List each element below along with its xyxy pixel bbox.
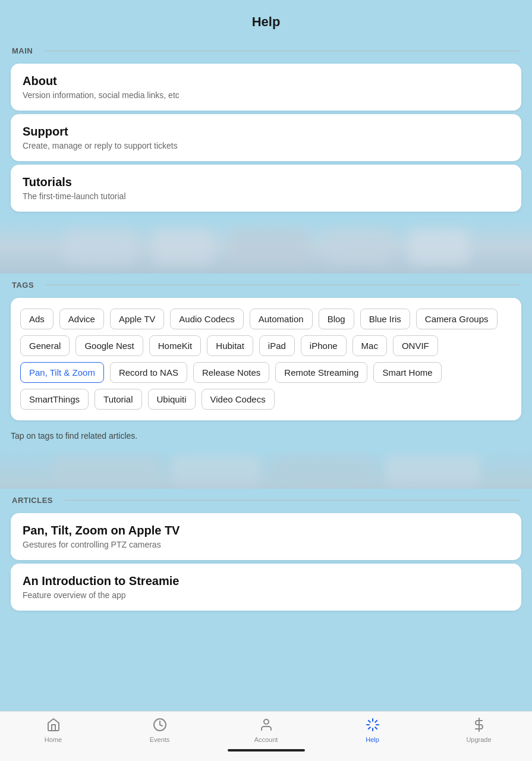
article-intro-card[interactable]: An Introduction to Streamie Feature over… (11, 564, 521, 611)
tags-hint: Tap on tags to find related articles. (0, 424, 532, 445)
tag-onvif[interactable]: ONVIF (393, 335, 438, 356)
blur-divider-2 (0, 450, 532, 489)
tutorials-title: Tutorials (23, 175, 509, 189)
article-intro-title: An Introduction to Streamie (23, 574, 509, 588)
nav-item-events[interactable]: Events (106, 718, 213, 743)
home-indicator (0, 749, 532, 751)
tag-hubitat[interactable]: Hubitat (207, 335, 253, 356)
tag-mac[interactable]: Mac (352, 335, 387, 356)
tag-ubiquiti[interactable]: Ubiquiti (148, 389, 196, 410)
bottom-nav: HomeEventsAccountHelpUpgrade (0, 711, 532, 761)
tag-blue-iris[interactable]: Blue Iris (360, 309, 410, 329)
nav-label-help: Help (366, 736, 379, 743)
article-intro-card-wrapper: An Introduction to Streamie Feature over… (0, 564, 532, 611)
article-ptz-title: Pan, Tilt, Zoom on Apple TV (23, 524, 509, 537)
page-header: Help (0, 0, 532, 39)
help-icon (366, 718, 380, 734)
tag-release-notes[interactable]: Release Notes (193, 362, 269, 383)
svg-line-5 (375, 727, 377, 729)
tag-camera-groups[interactable]: Camera Groups (416, 309, 498, 329)
nav-item-help[interactable]: Help (319, 718, 426, 743)
support-card-wrapper: Support Create, manage or reply to suppo… (0, 114, 532, 161)
tag-record-to-nas[interactable]: Record to NAS (110, 362, 187, 383)
article-ptz-card[interactable]: Pan, Tilt, Zoom on Apple TV Gestures for… (11, 513, 521, 560)
tag-advice[interactable]: Advice (59, 309, 104, 329)
tag-iphone[interactable]: iPhone (301, 335, 347, 356)
tag-google-nest[interactable]: Google Nest (75, 335, 143, 356)
tag-automation[interactable]: Automation (250, 309, 313, 329)
svg-line-9 (375, 721, 377, 722)
nav-label-account: Account (254, 736, 278, 743)
page-title: Help (0, 14, 532, 30)
tutorials-subtitle: The first-time-launch tutorial (23, 191, 509, 201)
about-subtitle: Version information, social media links,… (23, 90, 509, 100)
nav-label-home: Home (45, 736, 62, 743)
main-section-label: MAIN (0, 39, 532, 60)
about-card-wrapper: About Version information, social media … (0, 64, 532, 111)
tag-homekit[interactable]: HomeKit (149, 335, 202, 356)
article-ptz-subtitle: Gestures for controlling PTZ cameras (23, 540, 509, 549)
article-intro-subtitle: Feature overview of the app (23, 590, 509, 600)
tag-ipad[interactable]: iPad (259, 335, 295, 356)
home-icon (46, 718, 61, 734)
nav-item-upgrade[interactable]: Upgrade (426, 718, 532, 743)
blur-divider-1 (0, 220, 532, 273)
article-ptz-card-wrapper: Pan, Tilt, Zoom on Apple TV Gestures for… (0, 513, 532, 560)
tag-smart-home[interactable]: Smart Home (373, 362, 441, 383)
nav-item-home[interactable]: Home (0, 718, 106, 743)
tags-container: AdsAdviceApple TVAudio CodecsAutomationB… (11, 298, 521, 420)
nav-item-account[interactable]: Account (213, 718, 319, 743)
nav-bar: HomeEventsAccountHelpUpgrade (0, 712, 532, 746)
upgrade-icon (472, 718, 486, 734)
tag-audio-codecs[interactable]: Audio Codecs (170, 309, 243, 329)
svg-point-1 (264, 719, 269, 724)
tags-grid: AdsAdviceApple TVAudio CodecsAutomationB… (20, 309, 512, 410)
tag-blog[interactable]: Blog (319, 309, 354, 329)
tag-general[interactable]: General (20, 335, 70, 356)
tags-section-label: TAGS (0, 273, 532, 294)
main-section: MAIN About Version information, social m… (0, 39, 532, 220)
tag-pan-tilt-zoom[interactable]: Pan, Tilt & Zoom (20, 362, 104, 383)
tag-video-codecs[interactable]: Video Codecs (202, 389, 275, 410)
events-icon (153, 718, 167, 734)
tags-section: TAGS AdsAdviceApple TVAudio CodecsAutoma… (0, 273, 532, 450)
about-title: About (23, 74, 509, 88)
nav-label-upgrade: Upgrade (466, 736, 491, 743)
tag-tutorial[interactable]: Tutorial (95, 389, 141, 410)
about-card[interactable]: About Version information, social media … (11, 64, 521, 111)
articles-section: ARTICLES Pan, Tilt, Zoom on Apple TV Ges… (0, 489, 532, 611)
tutorials-card-wrapper: Tutorials The first-time-launch tutorial (0, 165, 532, 212)
tag-remote-streaming[interactable]: Remote Streaming (275, 362, 367, 383)
tutorials-card[interactable]: Tutorials The first-time-launch tutorial (11, 165, 521, 212)
svg-line-4 (368, 721, 370, 722)
support-card[interactable]: Support Create, manage or reply to suppo… (11, 114, 521, 161)
svg-line-8 (368, 727, 370, 729)
articles-section-label: ARTICLES (0, 489, 532, 510)
support-subtitle: Create, manage or reply to support ticke… (23, 141, 509, 150)
support-title: Support (23, 125, 509, 139)
tag-ads[interactable]: Ads (20, 309, 53, 329)
tag-apple-tv[interactable]: Apple TV (110, 309, 164, 329)
nav-label-events: Events (150, 736, 170, 743)
account-icon (259, 718, 273, 734)
tag-smartthings[interactable]: SmartThings (20, 389, 89, 410)
